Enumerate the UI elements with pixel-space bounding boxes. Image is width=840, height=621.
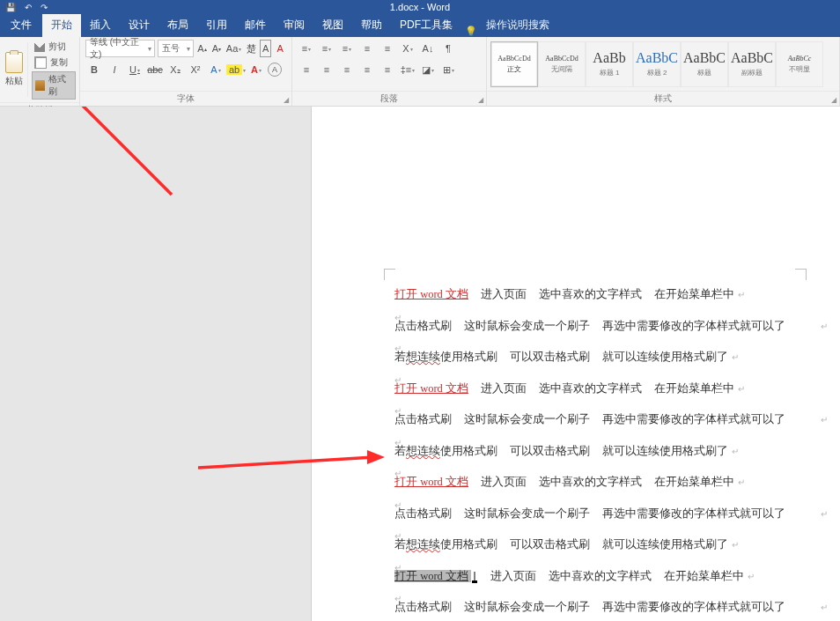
text-line[interactable]: 点击格式刷这时鼠标会变成一个刷子再选中需要修改的字体样式就可以了↵ [394, 412, 795, 428]
text-line[interactable]: 打开 word 文档进入页面选中喜欢的文字样式在开始菜单栏中↵ [394, 381, 795, 397]
undo-icon[interactable]: ↶ [25, 3, 32, 12]
style-normal[interactable]: AaBbCcDd正文 [490, 41, 538, 87]
crop-mark-icon [384, 269, 395, 280]
return-icon: ↵ [732, 352, 739, 362]
subscript-button[interactable]: X₂ [166, 61, 184, 78]
text-line[interactable]: 若想连续使用格式刷可以双击格式刷就可以连续使用格式刷了↵ [394, 537, 795, 553]
return-icon: ↵ [748, 572, 755, 581]
italic-button[interactable]: I [106, 61, 123, 78]
font-size-combo[interactable]: 五号 [158, 40, 194, 57]
phonetic-guide-button[interactable]: 楚 [245, 40, 257, 57]
enclosed-char-button[interactable]: A [268, 63, 282, 77]
text-line[interactable]: 打开 word 文档 进入页面选中喜欢的文字样式在开始菜单栏中↵ [394, 569, 795, 585]
shading-button[interactable]: ◪ [419, 61, 437, 78]
align-distribute-button[interactable]: ≡ [379, 61, 396, 78]
line-spacing-button[interactable]: ‡≡ [399, 61, 416, 78]
style-title[interactable]: AaBbC标题 [681, 41, 728, 87]
text-line[interactable]: 点击格式刷这时鼠标会变成一个刷子再选中需要修改的字体样式就可以了↵ [394, 506, 795, 522]
group-font: 等线 (中文正文) 五号 A▴ A▾ Aa 楚 A A B I U abc X₂… [80, 37, 292, 106]
styles-launcher-icon[interactable]: ◢ [831, 93, 836, 107]
text-effects-button[interactable]: A [207, 61, 225, 78]
highlight-button[interactable]: ab [227, 61, 245, 78]
text-line[interactable]: 打开 word 文档进入页面选中喜欢的文字样式在开始菜单栏中↵ [394, 475, 795, 491]
text-line[interactable]: ↵ [394, 403, 795, 412]
align-right-button[interactable]: ≡ [338, 61, 356, 78]
font-launcher-icon[interactable]: ◢ [284, 93, 289, 107]
font-name-combo[interactable]: 等线 (中文正文) [85, 40, 155, 57]
text-line[interactable]: 点击格式刷这时鼠标会变成一个刷子再选中需要修改的字体样式就可以了↵ [394, 319, 795, 335]
group-styles-label: 样式 [654, 93, 672, 103]
tellme-icon: 💡 [465, 26, 477, 37]
paste-button[interactable]: 粘贴 [0, 42, 28, 97]
shrink-font-button[interactable]: A▾ [210, 40, 223, 57]
style-subtle[interactable]: AaBbCc不明显 [776, 41, 823, 87]
text-line[interactable]: 若想连续使用格式刷可以双击格式刷就可以连续使用格式刷了↵ [394, 444, 795, 460]
numbering-button[interactable]: ≡ [318, 40, 335, 57]
increase-indent-button[interactable]: ≡ [379, 40, 396, 57]
copy-button[interactable]: 复制 [32, 55, 76, 70]
text-cursor-icon [471, 572, 478, 584]
underline-button[interactable]: U [126, 61, 144, 78]
multilevel-button[interactable]: ≡ [338, 40, 356, 57]
return-icon: ↵ [738, 384, 745, 394]
show-marks-button[interactable]: ¶ [439, 40, 457, 57]
tab-pdf-tools[interactable]: PDF工具集 [391, 13, 461, 37]
text-line[interactable]: ↵ [394, 591, 795, 600]
style-no-spacing[interactable]: AaBbCcDd无间隔 [538, 41, 586, 87]
return-icon: ↵ [738, 290, 745, 299]
cut-button[interactable]: 剪切 [32, 40, 76, 54]
style-heading1[interactable]: AaBb标题 1 [586, 41, 633, 87]
tab-home[interactable]: 开始 [42, 13, 81, 37]
borders-button[interactable]: ⊞ [439, 61, 457, 78]
decrease-indent-button[interactable]: ≡ [358, 40, 376, 57]
superscript-button[interactable]: X² [187, 61, 204, 78]
asian-layout-button[interactable]: X [399, 40, 416, 57]
text-line[interactable]: ↵ [394, 310, 795, 319]
grow-font-button[interactable]: A▴ [196, 40, 209, 57]
save-icon[interactable]: 💾 [5, 3, 16, 12]
font-color-button[interactable]: A [247, 61, 265, 78]
text-line[interactable]: ↵ [394, 466, 795, 475]
tab-insert[interactable]: 插入 [81, 13, 120, 37]
tab-view[interactable]: 视图 [313, 13, 352, 37]
text-line[interactable]: ↵ [394, 529, 795, 537]
tab-file[interactable]: 文件 [0, 13, 42, 37]
redo-icon[interactable]: ↷ [41, 3, 48, 12]
bullets-button[interactable]: ≡ [298, 40, 315, 57]
brush-icon [35, 80, 45, 91]
text-line[interactable]: ↵ [394, 373, 795, 381]
text-line[interactable]: ↵ [394, 560, 795, 569]
align-left-button[interactable]: ≡ [298, 61, 315, 78]
selected-text: 打开 word 文档 [394, 570, 468, 582]
text-line[interactable]: ↵ [394, 498, 795, 506]
document-body[interactable]: 打开 word 文档进入页面选中喜欢的文字样式在开始菜单栏中↵ ↵ 点击格式刷这… [394, 287, 795, 621]
text-line[interactable]: 若想连续使用格式刷可以双击格式刷就可以连续使用格式刷了↵ [394, 350, 795, 366]
align-center-button[interactable]: ≡ [318, 61, 335, 78]
change-case-button[interactable]: Aa [225, 40, 242, 57]
sort-button[interactable]: A↓ [419, 40, 437, 57]
clear-format-button[interactable]: A [274, 40, 286, 57]
strikethrough-button[interactable]: abc [146, 61, 164, 78]
group-paragraph: ≡ ≡ ≡ ≡ ≡ X A↓ ¶ ≡ ≡ ≡ ≡ ≡ ‡≡ ◪ ⊞ 段落◢ [292, 37, 487, 106]
align-justify-button[interactable]: ≡ [358, 61, 376, 78]
text-line[interactable]: 打开 word 文档进入页面选中喜欢的文字样式在开始菜单栏中↵ [394, 287, 795, 303]
bold-button[interactable]: B [85, 61, 103, 78]
char-border-button[interactable]: A [260, 40, 272, 57]
paragraph-launcher-icon[interactable]: ◢ [478, 93, 483, 107]
tab-design[interactable]: 设计 [120, 13, 158, 37]
clipboard-icon [5, 52, 23, 73]
ribbon-tabs: 文件 开始 插入 设计 布局 引用 邮件 审阅 视图 帮助 PDF工具集 💡 操… [0, 14, 840, 37]
style-subtitle[interactable]: AaBbC副标题 [728, 41, 776, 87]
tellme-search[interactable]: 操作说明搜索 [477, 13, 558, 37]
style-heading2[interactable]: AaBbC标题 2 [633, 41, 681, 87]
tab-review[interactable]: 审阅 [275, 13, 313, 37]
tab-help[interactable]: 帮助 [352, 13, 391, 37]
format-painter-button[interactable]: 格式刷 [32, 71, 76, 100]
tab-mailings[interactable]: 邮件 [236, 13, 275, 37]
tab-layout[interactable]: 布局 [158, 13, 197, 37]
text-line[interactable]: ↵ [394, 435, 795, 444]
text-line[interactable]: ↵ [394, 341, 795, 350]
text-line[interactable]: 点击格式刷这时鼠标会变成一个刷子再选中需要修改的字体样式就可以了↵ [394, 600, 795, 616]
ribbon: 粘贴 剪切 复制 格式刷 剪贴板◢ 等线 (中文正文) 五号 A▴ A▾ Aa … [0, 37, 840, 107]
tab-references[interactable]: 引用 [197, 13, 236, 37]
